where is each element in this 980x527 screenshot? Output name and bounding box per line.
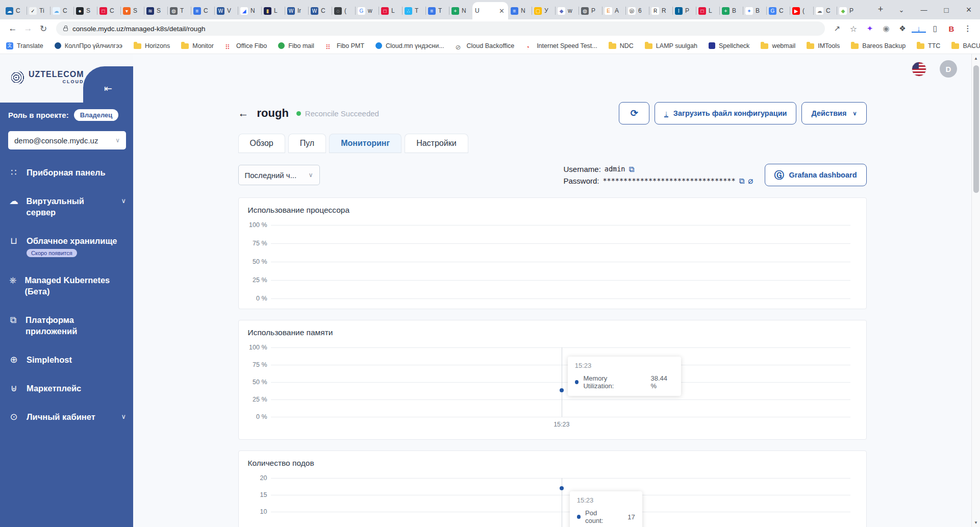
bookmark-item[interactable]: LAMP suulgah — [645, 42, 697, 49]
browser-tab[interactable]: ◆ w — [555, 2, 579, 19]
sidebar-collapse-button[interactable]: ⇤ — [93, 74, 123, 102]
bookmark-item[interactable]: Translate — [6, 42, 43, 49]
download-config-button[interactable]: ↓ Загрузить файл конфигурации — [655, 102, 796, 124]
browser-tab[interactable]: W V — [214, 2, 238, 19]
browser-tab[interactable]: ✓ Ti — [27, 2, 50, 19]
browser-tab[interactable]: ◆ P — [837, 2, 860, 19]
memory-data-point[interactable] — [560, 388, 564, 392]
tab-search-icon[interactable]: ⌄ — [890, 6, 913, 14]
browser-tab[interactable]: W C — [308, 2, 332, 19]
tab-close-icon[interactable]: ✕ — [498, 7, 506, 15]
back-arrow-icon[interactable]: ← — [238, 107, 249, 119]
address-bar[interactable]: console.mydc.uz/managed-k8s/detail/rough — [56, 21, 825, 36]
page-tab[interactable]: Обзор — [238, 134, 285, 153]
sidebar-item[interactable]: ⊔ Облачное хранилище Скоро появится — [8, 235, 126, 257]
scroll-up-icon[interactable]: ▲ — [972, 56, 980, 61]
sidebar-item[interactable]: ∷ Приборная панель — [8, 167, 126, 178]
page-tab[interactable]: Пул — [288, 134, 326, 153]
browser-tab[interactable]: E A — [602, 2, 625, 19]
time-range-select[interactable]: Последний ч... ∨ — [238, 165, 320, 185]
browser-tab[interactable]: □ C — [97, 2, 120, 19]
browser-tab[interactable]: ☁ C — [50, 2, 73, 19]
bookmark-item[interactable]: Horizons — [134, 42, 170, 49]
browser-tab[interactable]: ≡ N — [508, 2, 532, 19]
browser-tab[interactable]: + N — [449, 2, 472, 19]
browser-tab[interactable]: □ L — [379, 2, 402, 19]
browser-tab[interactable]: ☁ C — [3, 2, 27, 19]
browser-tab[interactable]: ◍ P — [579, 2, 602, 19]
bookmark-item[interactable]: Fibo PMT — [325, 42, 364, 49]
browser-tab[interactable]: ◌ ( — [332, 2, 355, 19]
extension-icon[interactable]: ✦ — [863, 24, 877, 33]
page-tab[interactable]: Мониторинг — [329, 134, 401, 153]
sidebar-item[interactable]: ⎈ Managed Kubernetes (Бета) — [8, 274, 126, 297]
reload-icon[interactable]: ↻ — [36, 23, 51, 34]
close-button[interactable]: × — [958, 5, 980, 15]
browser-tab[interactable]: ∴ T — [402, 2, 425, 19]
browser-tab[interactable]: ≡ T — [425, 2, 449, 19]
grafana-dashboard-button[interactable]: Ⓖ Grafana dashboard — [765, 164, 867, 186]
browser-tab[interactable]: Ⓦ 6 — [625, 2, 649, 19]
forward-icon[interactable]: → — [20, 23, 36, 34]
page-scrollbar[interactable]: ▲ ▼ — [971, 54, 980, 527]
browser-tab[interactable]: R R — [649, 2, 672, 19]
browser-tab[interactable]: + B — [719, 2, 743, 19]
bookmark-item[interactable]: BACULA — [951, 42, 980, 49]
maximize-button[interactable]: □ — [935, 6, 958, 14]
share-icon[interactable]: ↗ — [830, 24, 844, 33]
browser-tab[interactable]: W Ir — [285, 2, 308, 19]
browser-tab[interactable]: ≋ S — [144, 2, 167, 19]
copy-icon[interactable]: ⧉ — [739, 175, 745, 187]
browser-tab[interactable]: □ L — [696, 2, 719, 19]
browser-tab[interactable]: ◢ N — [238, 2, 261, 19]
uztelecom-logo[interactable]: UZTELECOM CLOUD — [11, 70, 84, 84]
bookmark-star-icon[interactable]: ☆ — [846, 24, 861, 34]
url-text[interactable]: console.mydc.uz/managed-k8s/detail/rough — [72, 25, 205, 33]
bookmark-item[interactable]: Spellcheck — [709, 42, 749, 49]
user-avatar[interactable]: D — [940, 60, 957, 78]
new-tab-button[interactable]: + — [873, 2, 888, 17]
browser-tab[interactable]: G C — [766, 2, 790, 19]
browser-tab[interactable]: ▾ S — [120, 2, 144, 19]
actions-button[interactable]: Действия ∨ — [801, 102, 866, 124]
bookmark-item[interactable]: Cloud.mn үндэсни... — [375, 42, 444, 49]
bookmark-item[interactable]: Office Fibo — [225, 42, 267, 49]
password-extension-icon[interactable]: B — [944, 24, 959, 33]
browser-tab[interactable]: ✦ B — [743, 2, 766, 19]
browser-tab[interactable]: ▮ L — [261, 2, 285, 19]
pod-count-data-point[interactable] — [560, 486, 564, 490]
scrollbar-thumb[interactable] — [973, 65, 979, 193]
browser-tab[interactable]: U ✕ — [472, 2, 508, 19]
browser-tab[interactable]: ≡ C — [191, 2, 214, 19]
language-flag-icon[interactable] — [912, 62, 926, 77]
page-tab[interactable]: Настройки — [405, 134, 468, 153]
bookmark-item[interactable]: Fibo mail — [278, 42, 314, 49]
browser-tab[interactable]: ▢ У — [532, 2, 555, 19]
sidebar-item[interactable]: ⊎ Маркетплейс — [8, 383, 126, 394]
bookmark-item[interactable]: Bareos Backup — [851, 42, 906, 49]
bookmark-item[interactable]: IMTools — [807, 42, 840, 49]
browser-tab[interactable]: G w — [355, 2, 379, 19]
bookmark-item[interactable]: Cloud Backoffice — [456, 42, 515, 49]
browser-tab[interactable]: ● S — [73, 2, 97, 19]
downloads-icon[interactable]: ↓ — [912, 25, 926, 33]
bookmark-item[interactable]: webmail — [761, 42, 795, 49]
sidebar-item[interactable]: ⊕ Simplehost — [8, 354, 126, 365]
browser-tab[interactable]: ☁ C — [813, 2, 837, 19]
sidebar-item[interactable]: ⊙ Личный кабинет ∨ — [8, 411, 126, 422]
kubeconfig-button[interactable]: ⟳ — [619, 102, 649, 124]
bookmark-item[interactable]: TTC — [917, 42, 940, 49]
bookmark-item[interactable]: Monitor — [181, 42, 214, 49]
project-select[interactable]: demo@console.mydc.uz ∨ — [8, 131, 126, 149]
bookmark-item[interactable]: КоллПро үйлчилгээ — [55, 42, 122, 49]
browser-tab[interactable]: ▶ ( — [790, 2, 813, 19]
eye-off-icon[interactable]: ⌀ — [748, 175, 753, 187]
back-icon[interactable]: ← — [5, 23, 20, 34]
kebab-menu-icon[interactable]: ⋮ — [961, 24, 975, 33]
bookmark-item[interactable]: Internet Speed Test... — [525, 42, 597, 49]
side-panel-icon[interactable]: ▯ — [928, 24, 942, 33]
sidebar-item[interactable]: ☁ Виртуальный сервер ∨ — [8, 195, 126, 218]
copy-icon[interactable]: ⧉ — [629, 163, 634, 175]
browser-tab[interactable]: I P — [672, 2, 696, 19]
scroll-down-icon[interactable]: ▼ — [972, 520, 980, 525]
